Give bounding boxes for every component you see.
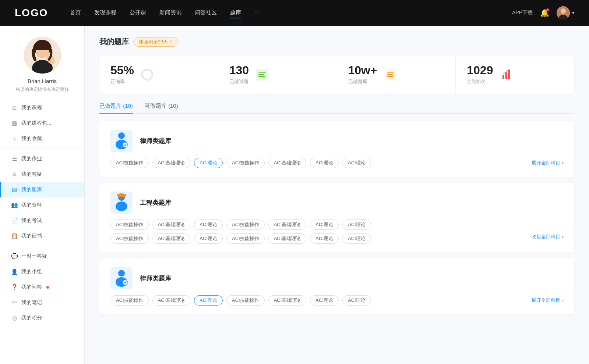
sidebar-item-my-qa[interactable]: ❓ 我的问答 (0, 279, 84, 295)
lawyer-figure-icon (113, 132, 130, 150)
expand-lawyer-1[interactable]: 展开全部科目 › (532, 160, 563, 166)
question-bank-icon: ▤ (11, 186, 18, 193)
questions-done-value: 130 (229, 64, 249, 76)
qb-tag[interactable]: ACI基础理论 (152, 220, 191, 230)
sidebar-item-one-on-one[interactable]: 💬 一对一答疑 (0, 249, 84, 264)
sidebar-item-certificate[interactable]: 📋 我的证书 (0, 228, 84, 244)
svg-rect-14 (258, 76, 265, 77)
svg-point-32 (123, 280, 128, 285)
certificate-icon: 📋 (11, 233, 18, 239)
nav-qa[interactable]: 问答社区 (195, 8, 217, 18)
courses-icon: ⊡ (11, 104, 18, 111)
qb-tag[interactable]: ACI理论 (310, 220, 339, 230)
notification-bell-icon[interactable]: 🔔 (540, 8, 549, 17)
qb-tag[interactable]: ACI理论 (310, 158, 339, 168)
user-motto: 错误的决定比没有决定要好 (16, 86, 69, 93)
svg-point-8 (142, 69, 152, 80)
qb-tag[interactable]: ACI技能操作 (226, 158, 265, 168)
page-title: 我的题库 (99, 37, 129, 47)
qb-tag[interactable]: ACI基础理论 (268, 158, 307, 168)
banks-done-value: 10w+ (348, 64, 377, 76)
nav-news[interactable]: 新闻资讯 (159, 8, 181, 18)
qb-tag[interactable]: ACI理论 (194, 220, 223, 230)
qb-tag[interactable]: ACI基础理论 (152, 233, 191, 244)
expand-lawyer-2[interactable]: 展开全部科目 › (532, 297, 563, 304)
tab-available-banks[interactable]: 可做题库 (10) (145, 103, 178, 113)
qb-tag-active[interactable]: ACI理论 (194, 295, 223, 306)
questions-done-icon (255, 67, 269, 82)
qb-tag[interactable]: ACI理论 (342, 220, 371, 230)
qb-tag[interactable]: ACI基础理论 (268, 220, 307, 230)
svg-rect-21 (508, 70, 510, 79)
avatar-icon (557, 6, 570, 19)
svg-rect-18 (387, 76, 394, 77)
qb-tag[interactable]: ACI技能操作 (110, 158, 149, 168)
qa-notification-dot (46, 286, 49, 289)
banks-done-label: 已做题库 (348, 78, 377, 85)
points-icon: ◎ (11, 315, 18, 321)
collapse-engineer[interactable]: 收起全部科目 › (532, 233, 563, 244)
donut-chart-icon (140, 67, 155, 82)
nav-open-course[interactable]: 公开课 (130, 8, 146, 18)
qb-tag[interactable]: ACI理论 (342, 295, 371, 306)
sidebar-item-points[interactable]: ◎ 我的积分 (0, 310, 84, 326)
nav-more[interactable]: ··· (254, 8, 259, 18)
sidebar-item-course-pack[interactable]: ▦ 我的课程包... (0, 115, 84, 131)
accuracy-icon (140, 67, 155, 82)
sidebar-item-profile[interactable]: 👥 我的资料 (0, 197, 84, 213)
nav-discover[interactable]: 发现课程 (94, 8, 116, 18)
sidebar-item-favorites[interactable]: ☆ 我的收藏 (0, 131, 84, 146)
qb-tag[interactable]: ACI基础理论 (268, 295, 307, 306)
list-green-icon (255, 68, 269, 81)
lawyer-icon (110, 130, 133, 152)
qb-tag-active[interactable]: ACI理论 (194, 158, 223, 168)
sidebar-item-notes[interactable]: ✏ 我的笔记 (0, 295, 84, 310)
group-icon: 👤 (11, 268, 18, 275)
svg-point-25 (123, 142, 128, 147)
engineer-icon (110, 192, 133, 214)
qb-tag[interactable]: ACI理论 (310, 233, 339, 244)
qb-tag[interactable]: ACI基础理论 (152, 295, 191, 306)
qb-title-lawyer-2: 律师类题库 (140, 274, 171, 283)
sidebar-item-my-courses[interactable]: ⊡ 我的课程 (0, 100, 84, 115)
qb-tag[interactable]: ACI技能操作 (110, 295, 149, 306)
qb-tag[interactable]: ACI理论 (310, 295, 339, 306)
qb-tag[interactable]: ACI技能操作 (226, 233, 265, 244)
svg-rect-20 (505, 72, 507, 79)
sidebar-item-exam[interactable]: 📄 我的考试 (0, 213, 84, 228)
svg-rect-19 (502, 75, 504, 79)
qb-tags-engineer-row2: ACI技能操作 ACI基础理论 ACI理论 ACI技能操作 ACI基础理论 AC… (110, 233, 563, 244)
engineer-figure-icon (113, 193, 130, 212)
stat-accuracy: 55% 正确率 (99, 56, 218, 94)
qb-tag[interactable]: ACI基础理论 (268, 233, 307, 244)
accuracy-label: 正确率 (110, 78, 134, 85)
qb-title-lawyer-1: 律师类题库 (140, 137, 171, 145)
main-layout: Brian Harris 错误的决定比没有决定要好 ⊡ 我的课程 ▦ 我的课程包… (0, 26, 589, 364)
nav-home[interactable]: 首页 (70, 8, 81, 18)
sidebar-item-question-bank[interactable]: ▤ 我的题库 (0, 182, 84, 197)
questions-done-label: 已做试题 (229, 78, 249, 85)
qb-tag[interactable]: ACI基础理论 (152, 158, 191, 168)
sidebar-item-homework[interactable]: ☰ 我的作业 (0, 151, 84, 167)
trial-badge: 体验剩余23天！ (133, 37, 178, 47)
sidebar-item-group[interactable]: 👤 我的小组 (0, 264, 84, 279)
app-download-link[interactable]: APP下载 (512, 10, 533, 16)
one-on-one-icon: 💬 (11, 253, 18, 260)
page-header: 我的题库 体验剩余23天！ (99, 37, 574, 47)
qb-tag[interactable]: ACI理论 (342, 233, 371, 244)
qb-tag[interactable]: ACI技能操作 (226, 295, 265, 306)
nav-question-bank[interactable]: 题库 (230, 8, 241, 18)
my-qa-icon: ❓ (11, 284, 18, 290)
svg-rect-16 (387, 72, 394, 73)
svg-rect-13 (258, 74, 264, 75)
qb-tag[interactable]: ACI技能操作 (110, 233, 149, 244)
sidebar-item-qa[interactable]: ⊙ 我的答疑 (0, 167, 84, 182)
qb-title-engineer: 工程类题库 (140, 199, 171, 207)
qb-tag[interactable]: ACI技能操作 (110, 220, 149, 230)
qb-tag[interactable]: ACI理论 (342, 158, 371, 168)
tab-done-banks[interactable]: 已做题库 (10) (99, 103, 133, 113)
qb-tag[interactable]: ACI技能操作 (226, 220, 265, 230)
qb-tag[interactable]: ACI理论 (194, 233, 223, 244)
qa-icon: ⊙ (11, 171, 18, 178)
user-avatar-menu[interactable]: ▾ (557, 6, 574, 19)
